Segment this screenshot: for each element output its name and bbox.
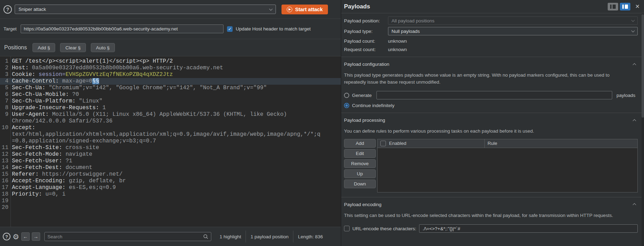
payload-processing-header[interactable]: Payload processing (344, 118, 638, 123)
url-encode-label: URL-encode these characters: (352, 226, 416, 231)
continue-indefinitely-label: Continue indefinitely (352, 103, 395, 108)
attack-type-dropdown[interactable]: Sniper attack (15, 5, 276, 14)
request-line[interactable]: 3Cookie: session=EVHSpZGVVtzEq7fNEKoPZBq… (0, 71, 341, 78)
payload-encoding-header[interactable]: Payload encoding (344, 202, 638, 207)
request-editor[interactable]: 1GET /test</p><script>alert(1)</script><… (0, 56, 341, 227)
request-line[interactable]: =0.8,application/signed-exchange;v=b3;q=… (0, 138, 341, 145)
request-line[interactable]: 11Sec-Fetch-Site: cross-site (0, 145, 341, 151)
check-icon: ✓ (228, 27, 232, 31)
payload-type-label: Payload type: (344, 29, 388, 34)
up-rule-button[interactable]: Up (344, 169, 376, 178)
chevron-down-icon (631, 29, 635, 33)
payload-type-dropdown[interactable]: Null payloads (388, 27, 638, 35)
rules-table-body[interactable] (378, 148, 637, 192)
request-line[interactable]: 5Sec-Ch-Ua: "Chromium";v="142", "Google … (0, 85, 341, 91)
enabled-column-header: Enabled (378, 139, 485, 148)
request-line[interactable]: 10Accept: (0, 125, 341, 131)
section-divider (341, 113, 644, 113)
request-line[interactable]: 8Upgrade-Insecure-Requests: 1 (0, 105, 341, 111)
chevron-down-icon (269, 7, 273, 10)
line-number (0, 118, 8, 125)
collapse-chevron-icon[interactable] (633, 63, 636, 66)
remove-rule-button[interactable]: Remove (344, 159, 376, 168)
edit-rule-button[interactable]: Edit (344, 149, 376, 158)
burp-intruder-window: ? Sniper attack ▶ Start attack Target ✓ … (0, 0, 644, 246)
request-line[interactable]: 6Sec-Ch-Ua-Mobile: ?0 (0, 91, 341, 98)
line-number: 16 (0, 178, 8, 184)
request-line[interactable]: Chrome/142.0.0.0 Safari/537.36 (0, 118, 341, 125)
editor-help-icon[interactable]: ? (3, 233, 10, 240)
request-line[interactable]: 16Accept-Encoding: gzip, deflate, br (0, 178, 341, 184)
line-number (0, 138, 8, 145)
payload-position-dropdown[interactable]: All payload positions (388, 16, 638, 25)
help-icon[interactable]: ? (3, 5, 12, 14)
payload-count-label: Payload count: (344, 38, 388, 44)
search-input[interactable] (47, 234, 203, 239)
request-line[interactable]: 12Sec-Fetch-Mode: navigate (0, 151, 341, 158)
request-line[interactable]: 4Cache-Control: max-age=0§§ (0, 78, 341, 85)
request-line[interactable]: 1GET /test</p><script>alert(1)</script><… (0, 58, 341, 65)
processing-buttons: Add Edit Remove Up Down (344, 139, 376, 192)
line-number: 20 (0, 204, 8, 211)
layout-single-view-button[interactable] (620, 3, 630, 10)
request-line[interactable]: 20 (0, 204, 341, 211)
clear-positions-button[interactable]: Clear § (60, 43, 86, 52)
line-number: 19 (0, 198, 8, 204)
line-number: 12 (0, 151, 8, 158)
rules-table: Enabled Rule (377, 139, 638, 192)
add-positions-button[interactable]: Add § (32, 43, 55, 52)
line-number: 7 (0, 98, 8, 105)
settings-gear-icon[interactable]: ⚙ (13, 233, 19, 240)
request-line[interactable]: 13Sec-Fetch-User: ?1 (0, 158, 341, 164)
scrollbar-thumb[interactable] (642, 14, 644, 118)
payloads-panel-body: Payload position: All payload positions … (341, 13, 644, 246)
request-line[interactable]: 9User-Agent: Mozilla/5.0 (X11; Linux x86… (0, 111, 341, 118)
attack-toolbar: ? Sniper attack ▶ Start attack (0, 0, 341, 19)
add-rule-button[interactable]: Add (344, 139, 376, 148)
url-encode-chars-input[interactable] (419, 224, 638, 233)
start-attack-label: Start attack (295, 7, 323, 12)
back-button[interactable]: ← (21, 232, 30, 241)
target-row: Target ✓ Update Host header to match tar… (0, 19, 341, 39)
generate-count-input[interactable] (376, 91, 612, 99)
generate-radio[interactable] (344, 93, 349, 98)
line-number: 1 (0, 58, 8, 65)
down-rule-button[interactable]: Down (344, 180, 376, 188)
search-box[interactable] (44, 232, 211, 241)
url-encode-checkbox[interactable] (344, 226, 350, 231)
target-label: Target (3, 26, 21, 31)
request-line[interactable]: 17Accept-Language: es-ES,es;q=0.9 (0, 184, 341, 191)
line-number: 18 (0, 191, 8, 198)
line-number: 14 (0, 164, 8, 171)
request-line[interactable]: 15Referer: https://portswigger.net/ (0, 171, 341, 178)
panel-scrollbar[interactable] (642, 13, 644, 246)
enable-all-checkbox[interactable] (380, 141, 386, 146)
request-line[interactable]: 18Priority: u=0, i (0, 191, 341, 198)
request-editor-rows: 1GET /test</p><script>alert(1)</script><… (0, 58, 341, 211)
status-divider (293, 231, 293, 243)
auto-positions-button[interactable]: Auto § (91, 43, 115, 52)
start-attack-button[interactable]: ▶ Start attack (281, 5, 328, 14)
payload-marker[interactable]: §§ (92, 78, 99, 84)
target-url-input[interactable] (21, 24, 224, 33)
forward-button[interactable]: → (32, 232, 40, 241)
payload-configuration-description: This payload type generates payloads who… (344, 72, 631, 85)
layout-split-view-button[interactable] (608, 3, 618, 10)
payload-encoding-description: This setting can be used to URL-encode s… (344, 212, 631, 219)
line-number: 4 (0, 78, 8, 85)
update-host-checkbox[interactable]: ✓ (227, 26, 233, 32)
request-line[interactable]: 19 (0, 198, 341, 204)
payload-configuration-header[interactable]: Payload configuration (344, 62, 638, 67)
payload-position-count: 1 payload position (250, 234, 288, 239)
collapse-chevron-icon[interactable] (633, 203, 636, 207)
continue-indefinitely-radio[interactable] (344, 103, 349, 108)
request-line[interactable]: 14Sec-Fetch-Dest: document (0, 164, 341, 171)
update-host-label: Update Host header to match target (236, 26, 311, 31)
request-line[interactable]: 2Host: 0a5a009e03237edd80532b8b00bb00a6.… (0, 65, 341, 71)
collapse-chevron-icon[interactable] (633, 119, 636, 122)
close-icon[interactable]: ✕ (635, 3, 640, 10)
attack-config-panel: ? Sniper attack ▶ Start attack Target ✓ … (0, 0, 341, 246)
request-line[interactable]: text/html,application/xhtml+xml,applicat… (0, 131, 341, 138)
line-number: 3 (0, 71, 8, 78)
request-line[interactable]: 7Sec-Ch-Ua-Platform: "Linux" (0, 98, 341, 105)
